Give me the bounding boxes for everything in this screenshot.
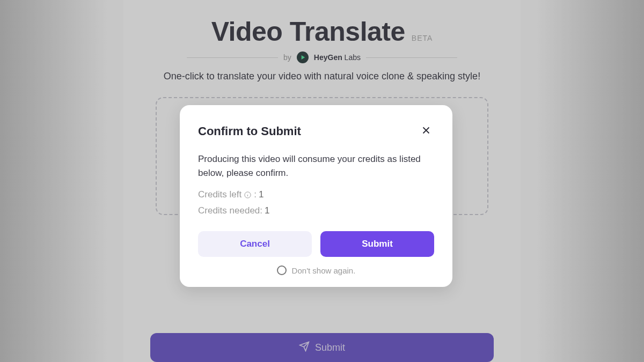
credits-needed-value: 1 [265, 205, 269, 216]
credits-needed-row: Credits needed: 1 [198, 205, 434, 216]
credits-needed-label: Credits needed: [198, 205, 262, 216]
close-button[interactable] [418, 122, 434, 141]
modal-body-text: Producing this video will consume your c… [198, 152, 434, 180]
credits-left-value: 1 [259, 189, 264, 200]
dont-show-checkbox[interactable] [277, 265, 287, 275]
modal-button-row: Cancel Submit [198, 231, 434, 257]
info-icon[interactable] [244, 191, 252, 199]
credits-left-label: Credits left [198, 189, 241, 200]
confirm-modal: Confirm to Submit Producing this video w… [180, 105, 452, 287]
dont-show-label: Don't show again. [292, 266, 356, 275]
dont-show-row: Don't show again. [198, 265, 434, 275]
close-icon [420, 129, 432, 138]
cancel-button[interactable]: Cancel [198, 231, 312, 257]
credits-left-suffix: : [254, 189, 257, 200]
submit-button[interactable]: Submit [320, 231, 434, 257]
credits-left-row: Credits left : 1 [198, 189, 434, 200]
modal-title: Confirm to Submit [198, 124, 301, 138]
modal-header: Confirm to Submit [198, 122, 434, 141]
